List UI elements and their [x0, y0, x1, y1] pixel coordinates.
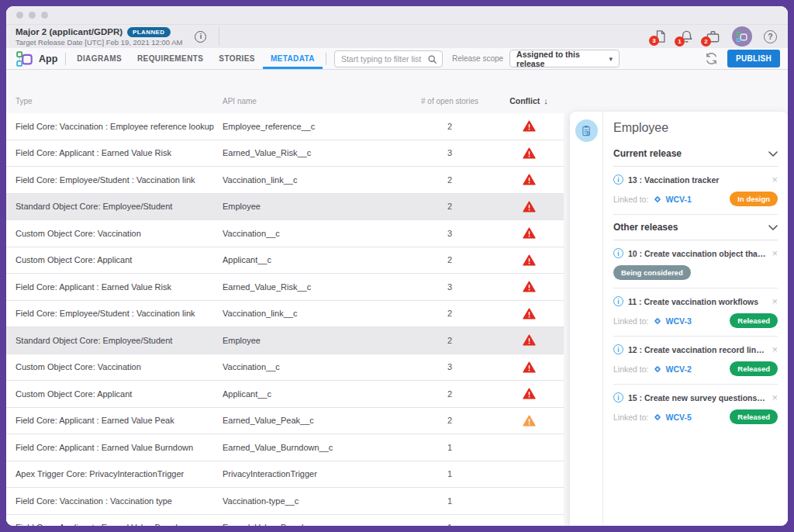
- table-row[interactable]: Field Core: Applicant : Earned Value Pea…: [6, 408, 564, 435]
- reports-icon-button[interactable]: 3: [654, 29, 668, 43]
- tab-label: REQUIREMENTS: [137, 54, 203, 63]
- release-header: Major 2 (applicant/GDPR) PLANNED Target …: [6, 25, 788, 48]
- tab-metadata[interactable]: METADATA: [263, 48, 323, 69]
- close-icon[interactable]: ×: [772, 392, 778, 402]
- table-row[interactable]: Field Core: Employee/Student : Vaccinati…: [6, 167, 564, 194]
- conflict-warning-icon[interactable]: [522, 414, 537, 427]
- table-row[interactable]: Custom Object Core: Vaccination Vaccinat…: [6, 354, 564, 382]
- cell-conflict: [496, 414, 561, 427]
- table-row[interactable]: Field Core: Vaccination : Employee refer…: [6, 113, 564, 140]
- cell-api-name: Vaccination__c: [223, 229, 403, 238]
- cell-open-stories: 3: [403, 362, 496, 371]
- linked-story-link[interactable]: WCV-5: [666, 413, 692, 422]
- app-label: App: [39, 54, 57, 64]
- release-scope-value: Assigned to this release: [516, 50, 609, 68]
- conflict-error-icon[interactable]: [522, 226, 537, 240]
- refresh-button[interactable]: [705, 52, 718, 65]
- cell-api-name: Vaccination_link__c: [223, 175, 403, 185]
- table-row[interactable]: Field Core: Applicant : Earned Value Bur…: [6, 515, 564, 527]
- table-row[interactable]: Field Core: Applicant : Earned Value Ris…: [6, 140, 564, 168]
- notifications-icon-button[interactable]: 1: [679, 29, 694, 44]
- tab-requirements[interactable]: REQUIREMENTS: [129, 48, 211, 69]
- cell-api-name: Employee: [223, 336, 403, 345]
- cell-api-name: PrivacyInteractionTrigger: [223, 469, 403, 478]
- linked-story-link[interactable]: WCV-3: [666, 316, 692, 326]
- cell-open-stories: 2: [403, 122, 496, 131]
- window-control-dot[interactable]: [41, 12, 48, 19]
- conflict-error-icon[interactable]: [522, 200, 537, 213]
- close-icon[interactable]: ×: [772, 174, 778, 185]
- column-header-open-stories[interactable]: # of open stories: [403, 97, 496, 105]
- story-info-icon[interactable]: i: [613, 174, 623, 185]
- story-info-icon[interactable]: i: [613, 392, 623, 402]
- conflict-error-icon[interactable]: [522, 387, 537, 400]
- main-content: Type API name # of open stories Conflict…: [6, 70, 788, 526]
- conflict-error-icon[interactable]: [522, 333, 537, 347]
- conflict-error-icon[interactable]: [522, 254, 537, 267]
- release-status-badge: PLANNED: [127, 27, 170, 37]
- window-control-dot[interactable]: [16, 12, 23, 19]
- table-row[interactable]: Custom Object Core: Applicant Applicant_…: [6, 381, 564, 408]
- tab-diagrams[interactable]: DIAGRAMS: [69, 48, 129, 69]
- cell-type: Apex Trigger Core: PrivacyInteractionTri…: [16, 469, 223, 478]
- story-info-icon[interactable]: i: [613, 344, 623, 354]
- conflict-error-icon[interactable]: [522, 307, 537, 320]
- close-icon[interactable]: ×: [772, 344, 778, 354]
- conflict-error-icon[interactable]: [522, 280, 537, 293]
- table-row[interactable]: Field Core: Applicant : Earned Value Ris…: [6, 274, 564, 301]
- column-header-type[interactable]: Type: [16, 97, 223, 105]
- story-label[interactable]: 15 : Create new survey questions for vac…: [628, 393, 767, 402]
- conflict-error-icon[interactable]: [522, 361, 537, 374]
- user-avatar[interactable]: [732, 26, 752, 47]
- story-info-icon[interactable]: i: [613, 248, 623, 258]
- story-label[interactable]: 11 : Create vaccination workflows: [628, 297, 767, 306]
- publish-button[interactable]: PUBLISH: [727, 50, 780, 67]
- table-row[interactable]: Field Core: Employee/Student : Vaccinati…: [6, 301, 564, 328]
- table-row[interactable]: Field Core: Applicant : Earned Value Bur…: [6, 434, 564, 461]
- conflict-error-icon[interactable]: [522, 173, 537, 186]
- cell-api-name: Employee_reference__c: [223, 122, 403, 131]
- column-header-api-name[interactable]: API name: [223, 97, 403, 105]
- search-icon: [427, 54, 437, 67]
- table-row[interactable]: Standard Object Core: Employee/Student E…: [6, 194, 564, 221]
- linked-story-link[interactable]: WCV-1: [666, 195, 692, 204]
- story-label[interactable]: 10 : Create vaccination object that trac…: [628, 249, 767, 258]
- table-row[interactable]: Standard Object Core: Employee/Student E…: [6, 327, 564, 354]
- cell-conflict: [496, 387, 561, 400]
- story-label[interactable]: 13 : Vaccination tracker: [628, 175, 767, 185]
- tab-stories[interactable]: STORIES: [211, 48, 263, 69]
- chevron-down-icon[interactable]: [768, 151, 778, 157]
- cell-open-stories: 1: [403, 443, 496, 452]
- window-control-dot[interactable]: [29, 12, 36, 19]
- chevron-down-icon[interactable]: [768, 225, 778, 230]
- column-header-conflict[interactable]: Conflict↓: [496, 96, 561, 105]
- table-row[interactable]: Apex Trigger Core: PrivacyInteractionTri…: [6, 461, 564, 489]
- table-row[interactable]: Field Core: Vaccination : Vaccination ty…: [6, 488, 564, 515]
- cell-open-stories: 2: [403, 202, 496, 211]
- tab-bar: DIAGRAMS REQUIREMENTS STORIES METADATA: [69, 48, 323, 69]
- conflict-error-icon[interactable]: [522, 147, 537, 160]
- linked-story-link[interactable]: WCV-2: [666, 364, 692, 374]
- conflict-error-icon[interactable]: [522, 119, 537, 133]
- reports-count-badge: 3: [649, 36, 659, 46]
- release-subtitle: Target Release Date [UTC] Feb 19, 2021 1…: [16, 38, 182, 47]
- close-icon[interactable]: ×: [772, 248, 778, 258]
- cell-type: Field Core: Employee/Student : Vaccinati…: [16, 309, 223, 318]
- cell-conflict: [496, 254, 561, 267]
- table-row[interactable]: Custom Object Core: Vaccination Vaccinat…: [6, 220, 564, 247]
- cell-type: Custom Object Core: Applicant: [16, 255, 223, 264]
- panel-section-header[interactable]: Current release: [613, 141, 778, 167]
- panel-section-header[interactable]: Other releases: [613, 215, 778, 240]
- filter-input[interactable]: [334, 50, 443, 67]
- release-scope-dropdown[interactable]: Assigned to this release ▾: [509, 50, 620, 67]
- table-row[interactable]: Custom Object Core: Applicant Applicant_…: [6, 247, 564, 275]
- cell-open-stories: 1: [403, 469, 496, 478]
- story-label[interactable]: 12 : Create vaccination record linked to…: [628, 345, 767, 354]
- close-icon[interactable]: ×: [772, 296, 778, 306]
- story-info-icon[interactable]: i: [613, 296, 623, 306]
- toolbox-icon-button[interactable]: 2: [706, 29, 720, 44]
- release-info-icon[interactable]: i: [195, 31, 206, 43]
- help-icon[interactable]: ?: [764, 30, 777, 43]
- toolbar: App DIAGRAMS REQUIREMENTS STORIES METADA…: [6, 48, 788, 70]
- cell-open-stories: 2: [403, 389, 496, 399]
